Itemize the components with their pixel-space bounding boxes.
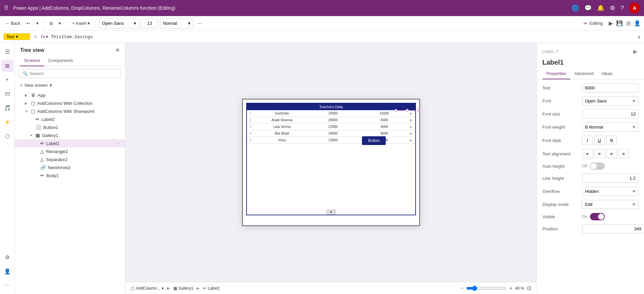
tree-item-addcols-collection[interactable]: ▶ ▢ AddColumns With Collection: [15, 99, 125, 107]
text-input[interactable]: [582, 83, 639, 92]
display-mode-select[interactable]: Edit: [582, 200, 639, 209]
font-select[interactable]: Open Sans: [582, 96, 639, 105]
overflow-select[interactable]: Hidden: [582, 187, 639, 196]
align-left-button[interactable]: ≡: [582, 149, 593, 158]
underline-button[interactable]: U: [594, 136, 605, 145]
new-screen-button[interactable]: + New screen ▾: [15, 81, 125, 90]
back-button[interactable]: ← Back: [3, 19, 22, 27]
hamburger-icon[interactable]: ☰: [1, 46, 13, 58]
tree-tabs: Screens Components: [15, 56, 125, 66]
settings-sidebar-icon[interactable]: ⚙: [1, 251, 13, 263]
tab-properties[interactable]: Properties: [542, 69, 570, 79]
tree-item-addcols-sharepoint[interactable]: ▼ ▢ AddColumns With Sharepoint: [15, 107, 125, 115]
zoom-out-button[interactable]: −: [461, 285, 464, 291]
prop-text: Text: [542, 83, 639, 92]
visible-toggle[interactable]: [590, 213, 605, 220]
gallery-row-3[interactable]: 3 Lata Verma 22000 4000 ▶: [247, 124, 415, 130]
help-icon[interactable]: ?: [621, 5, 624, 12]
font-size-input[interactable]: [141, 18, 158, 28]
prop-font-style: Font style I U S: [542, 136, 639, 145]
copy-button[interactable]: ⧉: [48, 19, 55, 27]
globe-icon[interactable]: 🌐: [572, 4, 579, 12]
canvas-button[interactable]: Button: [362, 136, 386, 145]
undo-dropdown[interactable]: ▾: [34, 19, 41, 27]
user-avatar[interactable]: A: [629, 3, 640, 13]
breadcrumb-sep1: ▶: [167, 286, 170, 291]
line-height-input[interactable]: [582, 174, 639, 183]
power-automate-icon[interactable]: ⚡: [1, 116, 13, 128]
search-box[interactable]: 🔍: [19, 69, 121, 78]
font-family-select[interactable]: Open Sans ▾: [99, 18, 139, 28]
tab-advanced[interactable]: Advanced: [570, 69, 598, 79]
prop-position: Position: [542, 224, 639, 233]
auto-height-toggle[interactable]: [590, 162, 605, 170]
media-icon[interactable]: 🎵: [1, 102, 13, 114]
user-add-icon[interactable]: 👤: [634, 20, 641, 26]
data-icon[interactable]: 🗃: [1, 88, 13, 100]
italic-button[interactable]: I: [582, 136, 593, 145]
undo-button[interactable]: ↩: [24, 19, 32, 27]
prop-font-size: Font size: [542, 109, 639, 119]
preview-icon[interactable]: ▶: [609, 20, 613, 26]
breadcrumb-screen[interactable]: ▢ AddColumn... ▾: [131, 286, 164, 291]
formula-input[interactable]: [51, 34, 635, 39]
font-size-input[interactable]: [582, 109, 639, 119]
tree-item-gallery1[interactable]: ▼ ▦ Gallery1: [15, 131, 125, 139]
tree-item-separator2[interactable]: △ Separator2: [15, 155, 125, 163]
search-input[interactable]: [30, 71, 117, 76]
property-select[interactable]: Text ▾: [3, 33, 30, 40]
more-sidebar-icon[interactable]: ···: [1, 279, 13, 291]
tree-item-rectangle2[interactable]: △ Rectangle2: [15, 147, 125, 155]
tab-components[interactable]: Components: [44, 56, 77, 66]
chat-icon[interactable]: 💬: [584, 4, 592, 12]
apps-icon[interactable]: ⠿: [4, 4, 8, 12]
align-center-button[interactable]: ≡: [594, 149, 605, 158]
more-icon[interactable]: ···: [116, 141, 120, 146]
tree-item-label: Button1: [43, 125, 120, 130]
strikethrough-button[interactable]: S: [606, 136, 617, 145]
expand-icon[interactable]: ⊟: [626, 20, 631, 26]
fit-screen-button[interactable]: ⊡: [527, 285, 531, 291]
tree-item-label2[interactable]: ✏ Label2: [15, 115, 125, 123]
account-icon[interactable]: 👤: [1, 265, 13, 277]
tree-item-button1[interactable]: ⬜ Button1: [15, 123, 125, 131]
gallery-scroll-down[interactable]: ▾: [326, 209, 336, 215]
panel-expand-icon[interactable]: ▶: [632, 47, 639, 56]
position-x-input[interactable]: [582, 224, 644, 233]
bell-icon[interactable]: 🔔: [597, 4, 604, 12]
font-weight-select[interactable]: B Normal: [582, 123, 639, 132]
variables-icon[interactable]: ⬡: [1, 130, 13, 142]
component-name: Label1: [537, 59, 644, 69]
save-icon[interactable]: 💾: [616, 20, 623, 26]
editing-mode[interactable]: ✏ Editing: [581, 19, 605, 27]
settings-icon[interactable]: ⚙: [610, 4, 615, 12]
insert-button[interactable]: + Insert ▾: [70, 19, 92, 27]
insert-icon[interactable]: +: [1, 74, 13, 86]
tab-ideas[interactable]: Ideas: [598, 69, 616, 79]
more-button[interactable]: ···: [196, 20, 204, 26]
gallery-row-2[interactable]: 2 Anjali Sharma 28000 6000 ▶: [247, 117, 415, 124]
formula-expand-icon[interactable]: ∨: [637, 34, 641, 40]
left-sidebar-icons: ☰ ⊞ + 🗃 🎵 ⚡ ⬡ ⚙ 👤 ···: [0, 43, 15, 294]
tree-item-nextarrow2[interactable]: 🔗 NextArrow2: [15, 163, 125, 171]
tree-view-icon[interactable]: ⊞: [1, 60, 13, 72]
tree-close-button[interactable]: ✕: [115, 47, 120, 53]
gallery-row-1[interactable]: 1 Sushmita 26000 16000: [247, 110, 415, 117]
insert-chevron: ▾: [88, 21, 90, 26]
zoom-in-button[interactable]: +: [509, 285, 512, 291]
tree-item-app[interactable]: ▶ 🖥 App: [15, 91, 125, 99]
zoom-slider[interactable]: [466, 286, 506, 291]
tab-screens[interactable]: Screens: [20, 56, 44, 66]
tree-item-label1[interactable]: ✏ Label1 ···: [15, 139, 125, 147]
display-mode-value-container: Edit: [582, 200, 639, 209]
tree-item-body1[interactable]: ✏ Body1: [15, 171, 125, 179]
badge-help-icon[interactable]: ?: [556, 49, 558, 54]
font-weight-select[interactable]: Normal ▾: [160, 18, 194, 28]
align-justify-button[interactable]: ≡: [618, 149, 629, 158]
copy-dropdown[interactable]: ▾: [57, 19, 63, 27]
breadcrumb-label[interactable]: ✏ Label1: [203, 286, 220, 291]
gallery-row-4[interactable]: 4 Alia Bhatt 34000 9000 ▶: [247, 130, 415, 137]
breadcrumb-gallery[interactable]: ▦ Gallery1: [173, 286, 194, 291]
gallery-row-5[interactable]: 5 Vicky 13000 7000 ▶: [247, 137, 415, 144]
align-right-button[interactable]: ≡: [606, 149, 617, 158]
